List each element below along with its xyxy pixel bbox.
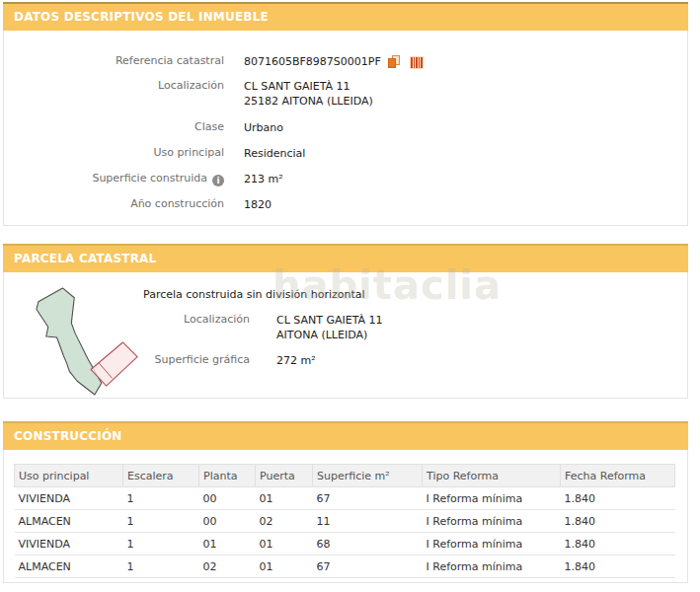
section-body-construccion: Uso principal Escalera Planta Puerta Sup…	[3, 450, 688, 583]
column-header: Superficie m²	[313, 465, 423, 487]
section-body-parcela-catastral: Parcela construida sin división horizont…	[3, 272, 688, 399]
superficie-construida-value: 213 m²	[244, 172, 283, 186]
uso-principal-value: Residencial	[244, 146, 305, 161]
field-label: Referencia catastral	[4, 54, 224, 67]
section-header-construccion: CONSTRUCCIÓN	[3, 421, 688, 450]
table-row: VIVIENDA 1 00 01 67 I Reforma mínima 1.8…	[15, 487, 675, 510]
cadastral-property-page: { "colors": { "accent_header": "#F8C55F"…	[0, 0, 700, 592]
parcela-localizacion-value: CL SANT GAIETÀ 11 AITONA (LLEIDA)	[276, 313, 383, 342]
field-row-clase: Clase Urbano	[4, 120, 687, 135]
section-header-datos-descriptivos: DATOS DESCRIPTIVOS DEL INMUEBLE	[3, 2, 688, 31]
field-row-localizacion: Localización CL SANT GAIETÀ 11 25182 AIT…	[4, 79, 687, 109]
table-row: ALMACEN 1 02 01 67 I Reforma mínima 1.84…	[15, 555, 675, 578]
ano-construccion-value: 1820	[244, 197, 272, 212]
column-header: Fecha Reforma	[561, 465, 675, 487]
section-body-datos-descriptivos: Referencia catastral 8071605BF8987S0001P…	[3, 31, 688, 226]
table-row: VIVIENDA 1 01 01 68 I Reforma mínima 1.8…	[15, 533, 675, 555]
column-header: Uso principal	[15, 465, 123, 487]
parcela-note: Parcela construida sin división horizont…	[143, 288, 365, 301]
field-label: Localización	[4, 313, 250, 326]
field-row-superficie-construida: Superficie construidai 213 m²	[4, 172, 687, 186]
clase-value: Urbano	[244, 120, 283, 135]
barcode-icon[interactable]	[410, 56, 424, 69]
field-label: Año construcción	[4, 197, 224, 210]
column-header: Tipo Reforma	[423, 465, 561, 487]
referencia-catastral-value: 8071605BF8987S0001PF	[244, 54, 424, 69]
field-row-referencia-catastral: Referencia catastral 8071605BF8987S0001P…	[4, 54, 687, 69]
column-header: Planta	[199, 465, 256, 487]
field-label: Localización	[4, 79, 224, 92]
column-header: Escalera	[123, 465, 199, 487]
field-label: Superficie gráfica	[4, 353, 250, 366]
column-header: Puerta	[256, 465, 313, 487]
table-header-row: Uso principal Escalera Planta Puerta Sup…	[15, 465, 675, 487]
parcel-green-shape	[37, 288, 102, 395]
copy-icon[interactable]	[388, 55, 401, 69]
parcel-map	[25, 285, 153, 397]
localizacion-value: CL SANT GAIETÀ 11 25182 AITONA (LLEIDA)	[244, 79, 373, 109]
field-label: Clase	[4, 120, 224, 133]
construccion-table: Uso principal Escalera Planta Puerta Sup…	[14, 464, 675, 578]
superficie-grafica-value: 272 m²	[276, 353, 316, 368]
section-header-parcela-catastral: PARCELA CATASTRAL	[3, 244, 688, 272]
info-icon[interactable]: i	[212, 175, 224, 186]
field-row-ano-construccion: Año construcción 1820	[4, 197, 687, 212]
field-row-uso-principal: Uso principal Residencial	[4, 146, 687, 161]
field-label: Uso principal	[4, 146, 224, 159]
table-row: ALMACEN 1 00 02 11 I Reforma mínima 1.84…	[15, 510, 675, 533]
field-label: Superficie construidai	[4, 172, 224, 186]
